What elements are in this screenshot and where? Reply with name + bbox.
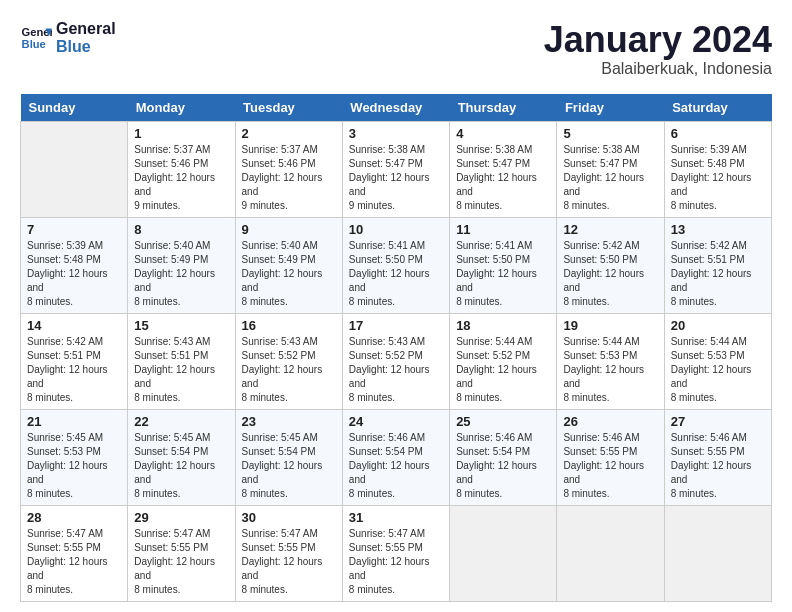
calendar-week-4: 21Sunrise: 5:45 AMSunset: 5:53 PMDayligh… [21,409,772,505]
calendar-cell: 1Sunrise: 5:37 AMSunset: 5:46 PMDaylight… [128,121,235,217]
day-info: Sunrise: 5:38 AMSunset: 5:47 PMDaylight:… [563,143,657,213]
day-number: 31 [349,510,443,525]
col-wednesday: Wednesday [342,94,449,122]
day-number: 9 [242,222,336,237]
day-info: Sunrise: 5:38 AMSunset: 5:47 PMDaylight:… [456,143,550,213]
day-info: Sunrise: 5:45 AMSunset: 5:54 PMDaylight:… [242,431,336,501]
day-info: Sunrise: 5:40 AMSunset: 5:49 PMDaylight:… [242,239,336,309]
calendar-header: Sunday Monday Tuesday Wednesday Thursday… [21,94,772,122]
calendar-cell: 26Sunrise: 5:46 AMSunset: 5:55 PMDayligh… [557,409,664,505]
day-info: Sunrise: 5:37 AMSunset: 5:46 PMDaylight:… [134,143,228,213]
col-saturday: Saturday [664,94,771,122]
day-number: 7 [27,222,121,237]
day-number: 20 [671,318,765,333]
calendar-cell [450,505,557,601]
logo-text-blue: Blue [56,38,116,56]
calendar-cell: 4Sunrise: 5:38 AMSunset: 5:47 PMDaylight… [450,121,557,217]
day-info: Sunrise: 5:47 AMSunset: 5:55 PMDaylight:… [27,527,121,597]
day-info: Sunrise: 5:38 AMSunset: 5:47 PMDaylight:… [349,143,443,213]
calendar-cell: 24Sunrise: 5:46 AMSunset: 5:54 PMDayligh… [342,409,449,505]
title-block: January 2024 Balaiberkuak, Indonesia [544,20,772,78]
day-info: Sunrise: 5:47 AMSunset: 5:55 PMDaylight:… [134,527,228,597]
calendar-cell: 2Sunrise: 5:37 AMSunset: 5:46 PMDaylight… [235,121,342,217]
calendar-cell: 31Sunrise: 5:47 AMSunset: 5:55 PMDayligh… [342,505,449,601]
calendar-week-5: 28Sunrise: 5:47 AMSunset: 5:55 PMDayligh… [21,505,772,601]
calendar-cell: 23Sunrise: 5:45 AMSunset: 5:54 PMDayligh… [235,409,342,505]
calendar-cell [21,121,128,217]
calendar-cell: 18Sunrise: 5:44 AMSunset: 5:52 PMDayligh… [450,313,557,409]
calendar-table: Sunday Monday Tuesday Wednesday Thursday… [20,94,772,602]
calendar-cell: 21Sunrise: 5:45 AMSunset: 5:53 PMDayligh… [21,409,128,505]
day-number: 29 [134,510,228,525]
day-info: Sunrise: 5:42 AMSunset: 5:51 PMDaylight:… [671,239,765,309]
day-info: Sunrise: 5:47 AMSunset: 5:55 PMDaylight:… [242,527,336,597]
calendar-cell: 15Sunrise: 5:43 AMSunset: 5:51 PMDayligh… [128,313,235,409]
day-info: Sunrise: 5:46 AMSunset: 5:55 PMDaylight:… [563,431,657,501]
calendar-cell: 29Sunrise: 5:47 AMSunset: 5:55 PMDayligh… [128,505,235,601]
calendar-cell: 25Sunrise: 5:46 AMSunset: 5:54 PMDayligh… [450,409,557,505]
col-friday: Friday [557,94,664,122]
day-number: 17 [349,318,443,333]
day-info: Sunrise: 5:46 AMSunset: 5:55 PMDaylight:… [671,431,765,501]
col-tuesday: Tuesday [235,94,342,122]
calendar-cell: 10Sunrise: 5:41 AMSunset: 5:50 PMDayligh… [342,217,449,313]
calendar-title: January 2024 [544,20,772,60]
day-number: 26 [563,414,657,429]
day-number: 16 [242,318,336,333]
calendar-cell: 17Sunrise: 5:43 AMSunset: 5:52 PMDayligh… [342,313,449,409]
day-info: Sunrise: 5:46 AMSunset: 5:54 PMDaylight:… [349,431,443,501]
logo-text-general: General [56,20,116,38]
day-number: 14 [27,318,121,333]
day-number: 10 [349,222,443,237]
day-number: 13 [671,222,765,237]
header-row: Sunday Monday Tuesday Wednesday Thursday… [21,94,772,122]
day-info: Sunrise: 5:43 AMSunset: 5:51 PMDaylight:… [134,335,228,405]
day-number: 21 [27,414,121,429]
day-number: 2 [242,126,336,141]
calendar-body: 1Sunrise: 5:37 AMSunset: 5:46 PMDaylight… [21,121,772,601]
day-number: 1 [134,126,228,141]
calendar-cell: 30Sunrise: 5:47 AMSunset: 5:55 PMDayligh… [235,505,342,601]
day-info: Sunrise: 5:40 AMSunset: 5:49 PMDaylight:… [134,239,228,309]
calendar-cell: 12Sunrise: 5:42 AMSunset: 5:50 PMDayligh… [557,217,664,313]
day-info: Sunrise: 5:47 AMSunset: 5:55 PMDaylight:… [349,527,443,597]
day-info: Sunrise: 5:43 AMSunset: 5:52 PMDaylight:… [242,335,336,405]
day-number: 24 [349,414,443,429]
calendar-cell: 14Sunrise: 5:42 AMSunset: 5:51 PMDayligh… [21,313,128,409]
day-info: Sunrise: 5:45 AMSunset: 5:54 PMDaylight:… [134,431,228,501]
calendar-cell: 27Sunrise: 5:46 AMSunset: 5:55 PMDayligh… [664,409,771,505]
day-number: 18 [456,318,550,333]
day-info: Sunrise: 5:44 AMSunset: 5:53 PMDaylight:… [563,335,657,405]
calendar-cell: 19Sunrise: 5:44 AMSunset: 5:53 PMDayligh… [557,313,664,409]
logo: General Blue General Blue [20,20,116,55]
day-number: 27 [671,414,765,429]
calendar-week-2: 7Sunrise: 5:39 AMSunset: 5:48 PMDaylight… [21,217,772,313]
day-info: Sunrise: 5:39 AMSunset: 5:48 PMDaylight:… [671,143,765,213]
logo-icon: General Blue [20,22,52,54]
svg-text:Blue: Blue [22,37,46,49]
calendar-cell: 6Sunrise: 5:39 AMSunset: 5:48 PMDaylight… [664,121,771,217]
day-number: 3 [349,126,443,141]
calendar-cell: 20Sunrise: 5:44 AMSunset: 5:53 PMDayligh… [664,313,771,409]
day-number: 25 [456,414,550,429]
calendar-cell [557,505,664,601]
day-number: 28 [27,510,121,525]
day-info: Sunrise: 5:43 AMSunset: 5:52 PMDaylight:… [349,335,443,405]
day-info: Sunrise: 5:39 AMSunset: 5:48 PMDaylight:… [27,239,121,309]
calendar-cell: 5Sunrise: 5:38 AMSunset: 5:47 PMDaylight… [557,121,664,217]
day-info: Sunrise: 5:41 AMSunset: 5:50 PMDaylight:… [456,239,550,309]
calendar-cell: 28Sunrise: 5:47 AMSunset: 5:55 PMDayligh… [21,505,128,601]
calendar-cell: 9Sunrise: 5:40 AMSunset: 5:49 PMDaylight… [235,217,342,313]
calendar-cell: 3Sunrise: 5:38 AMSunset: 5:47 PMDaylight… [342,121,449,217]
col-sunday: Sunday [21,94,128,122]
day-info: Sunrise: 5:42 AMSunset: 5:51 PMDaylight:… [27,335,121,405]
day-info: Sunrise: 5:45 AMSunset: 5:53 PMDaylight:… [27,431,121,501]
calendar-cell: 22Sunrise: 5:45 AMSunset: 5:54 PMDayligh… [128,409,235,505]
calendar-cell: 13Sunrise: 5:42 AMSunset: 5:51 PMDayligh… [664,217,771,313]
day-number: 8 [134,222,228,237]
day-number: 19 [563,318,657,333]
day-number: 4 [456,126,550,141]
day-number: 5 [563,126,657,141]
day-info: Sunrise: 5:44 AMSunset: 5:52 PMDaylight:… [456,335,550,405]
calendar-subtitle: Balaiberkuak, Indonesia [544,60,772,78]
